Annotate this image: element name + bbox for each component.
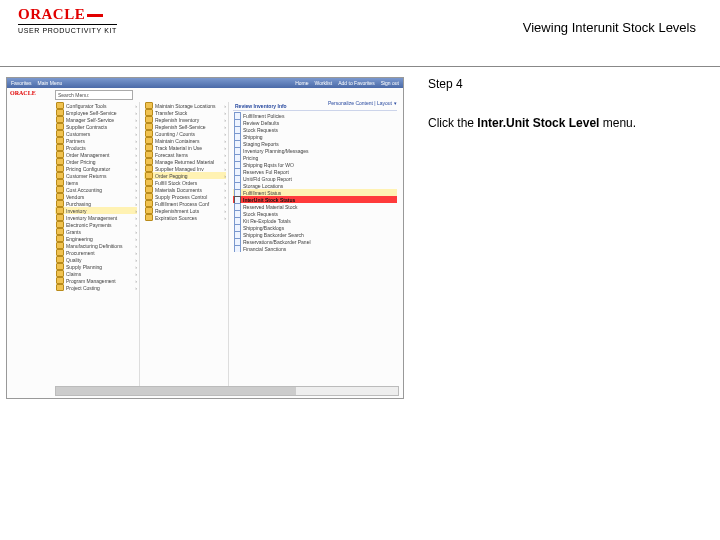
document-icon	[234, 203, 241, 210]
menu-item[interactable]: Maintain Storage Locations	[144, 102, 226, 109]
menu-item-label: Maintain Storage Locations	[155, 103, 216, 109]
menu-item[interactable]: Customer Returns	[55, 172, 137, 179]
menu-item[interactable]: Maintain Containers	[144, 137, 226, 144]
menu-item[interactable]: Reservations/Backorder Panel	[233, 238, 397, 245]
folder-icon	[56, 207, 64, 214]
nav-home[interactable]: Home	[295, 80, 308, 86]
menu-item[interactable]: Procurement	[55, 249, 137, 256]
menu-item[interactable]: Stock Requests	[233, 126, 397, 133]
menu-item[interactable]: Expiration Sources	[144, 214, 226, 221]
instr-post: menu.	[599, 116, 636, 130]
menu-item[interactable]: Purchasing	[55, 200, 137, 207]
menu-item[interactable]: Unit/Fld Group Report	[233, 175, 397, 182]
menu-item[interactable]: Project Costing	[55, 284, 137, 291]
menu-item[interactable]: Fulfillment Policies	[233, 112, 397, 119]
menu-item[interactable]: Storage Locations	[233, 182, 397, 189]
menu-item[interactable]: Claims	[55, 270, 137, 277]
menu-item[interactable]: Reserves Ful Report	[233, 168, 397, 175]
menu-item[interactable]: Track Material in Use	[144, 144, 226, 151]
menu-item[interactable]: Products	[55, 144, 137, 151]
menu-item[interactable]: Materials Documents	[144, 186, 226, 193]
menu-item[interactable]: Supplier Managed Inv	[144, 165, 226, 172]
folder-icon	[56, 235, 64, 242]
folder-icon	[145, 116, 153, 123]
menu-item[interactable]: Supplier Contracts	[55, 123, 137, 130]
menu-item[interactable]: Kit Re-Explode Totals	[233, 217, 397, 224]
menu-item[interactable]: Order Pegging	[144, 172, 226, 179]
menu-item[interactable]: Reserved Material Stock	[233, 203, 397, 210]
menu-item[interactable]: Order Management	[55, 151, 137, 158]
scrollbar[interactable]	[55, 386, 399, 396]
nav-favorites[interactable]: Favorites	[11, 80, 32, 86]
menu-item-label: Inventory Management	[66, 215, 117, 221]
menu-item[interactable]: Forecast Items	[144, 151, 226, 158]
menu-item[interactable]: Financial Sanctions	[233, 245, 397, 252]
menu-item[interactable]: InterUnit Stock Status	[233, 196, 397, 203]
menu-item[interactable]: Order Pricing	[55, 158, 137, 165]
menu-item[interactable]: Pricing Configurator	[55, 165, 137, 172]
menu-item[interactable]: Partners	[55, 137, 137, 144]
menu-item[interactable]: Inventory Planning/Messages	[233, 147, 397, 154]
instr-bold: Inter.Unit Stock Level	[477, 116, 599, 130]
folder-icon	[56, 263, 64, 270]
menu-item-label: Fulfill Stock Orders	[155, 180, 197, 186]
menu-item-label: Pricing	[243, 155, 258, 161]
folder-icon	[56, 270, 64, 277]
menu-item[interactable]: Quality	[55, 256, 137, 263]
menu-item-label: Shipping Backorder Search	[243, 232, 304, 238]
menu-item[interactable]: Vendors	[55, 193, 137, 200]
menu-item[interactable]: Replenish Self-Service	[144, 123, 226, 130]
menu-item[interactable]: Shipping Backorder Search	[233, 231, 397, 238]
menu-item[interactable]: Configurator Tools	[55, 102, 137, 109]
menu-item[interactable]: Cost Accounting	[55, 186, 137, 193]
nav-worklist[interactable]: Worklist	[315, 80, 333, 86]
menu-item[interactable]: Counting / Counts	[144, 130, 226, 137]
menu-item[interactable]: Fulfill Stock Orders	[144, 179, 226, 186]
menu-item[interactable]: Inventory	[55, 207, 137, 214]
menu-item[interactable]: Replenish Inventory	[144, 116, 226, 123]
menu-item[interactable]: Manage Returned Material	[144, 158, 226, 165]
instruction-text: Click the Inter.Unit Stock Level menu.	[428, 115, 710, 132]
nav-signout[interactable]: Sign out	[381, 80, 399, 86]
menu-item[interactable]: Shipping/Backlogs	[233, 224, 397, 231]
menu-item[interactable]: Stock Requests	[233, 210, 397, 217]
menu-item[interactable]: Inventory Management	[55, 214, 137, 221]
menu-item[interactable]: Grants	[55, 228, 137, 235]
menu-item[interactable]: Program Management	[55, 277, 137, 284]
menu-item[interactable]: Fulfillment Status	[233, 189, 397, 196]
search-menu[interactable]: Search Menu:	[55, 90, 133, 100]
menu-item[interactable]: Pricing	[233, 154, 397, 161]
document-icon	[234, 238, 241, 245]
menu-item-label: Materials Documents	[155, 187, 202, 193]
menu-item[interactable]: Transfer Stock	[144, 109, 226, 116]
menu-item[interactable]: Engineering	[55, 235, 137, 242]
menu-item-label: Expiration Sources	[155, 215, 197, 221]
folder-icon	[56, 165, 64, 172]
instr-pre: Click the	[428, 116, 477, 130]
menu-item[interactable]: Review Defaults	[233, 119, 397, 126]
menu-item[interactable]: Items	[55, 179, 137, 186]
menu-item[interactable]: Replenishment Lots	[144, 207, 226, 214]
folder-icon	[56, 186, 64, 193]
menu-item[interactable]: Shipping	[233, 133, 397, 140]
col3-header: Review Inventory Info	[233, 102, 397, 111]
document-icon	[234, 140, 241, 147]
menu-item[interactable]: Supply Process Control	[144, 193, 226, 200]
folder-icon	[56, 179, 64, 186]
menu-item[interactable]: Employee Self-Service	[55, 109, 137, 116]
menu-item[interactable]: Staging Reports	[233, 140, 397, 147]
menu-item[interactable]: Manager Self-Service	[55, 116, 137, 123]
menu-item[interactable]: Fulfillment Process Conf	[144, 200, 226, 207]
menu-item[interactable]: Customers	[55, 130, 137, 137]
document-icon	[234, 224, 241, 231]
menu-item[interactable]: Manufacturing Definitions	[55, 242, 137, 249]
menu-item-label: Replenish Inventory	[155, 117, 199, 123]
menu-item-label: Customer Returns	[66, 173, 107, 179]
nav-add-fav[interactable]: Add to Favorites	[338, 80, 374, 86]
nav-main-menu[interactable]: Main Menu	[38, 80, 63, 86]
menu-item[interactable]: Electronic Payments	[55, 221, 137, 228]
document-icon	[234, 217, 241, 224]
menu-item[interactable]: Shipping Rqsts for WO	[233, 161, 397, 168]
menu-item-label: Supply Planning	[66, 264, 102, 270]
menu-item[interactable]: Supply Planning	[55, 263, 137, 270]
